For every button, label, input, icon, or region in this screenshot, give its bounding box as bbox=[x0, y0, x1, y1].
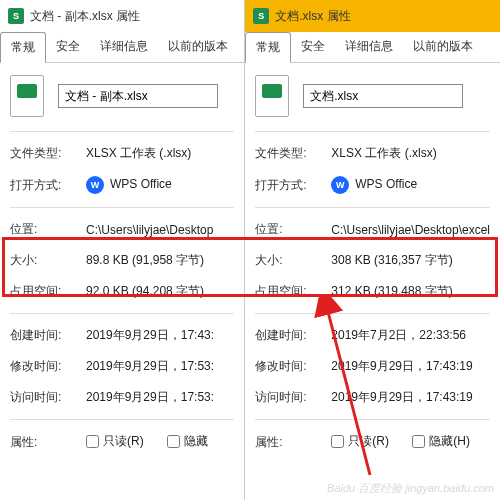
label-filetype: 文件类型: bbox=[10, 145, 86, 162]
divider bbox=[10, 419, 234, 420]
openwith-text: WPS Office bbox=[110, 177, 172, 191]
label-sizeondisk: 占用空间: bbox=[10, 283, 86, 300]
content: 文件类型: XLSX 工作表 (.xlsx) 打开方式: WWPS Office… bbox=[0, 63, 244, 500]
value-accessed: 2019年9月29日，17:53: bbox=[86, 389, 234, 406]
tab-previous-versions[interactable]: 以前的版本 bbox=[403, 32, 483, 62]
divider bbox=[255, 313, 490, 314]
window-title: 文档.xlsx 属性 bbox=[275, 8, 350, 25]
titlebar[interactable]: S 文档 - 副本.xlsx 属性 bbox=[0, 0, 244, 32]
wps-icon: W bbox=[331, 176, 349, 194]
openwith-text: WPS Office bbox=[355, 177, 417, 191]
label-attributes: 属性: bbox=[255, 434, 331, 451]
divider bbox=[255, 207, 490, 208]
readonly-text: 只读(R) bbox=[103, 433, 144, 450]
value-created: 2019年9月29日，17:43: bbox=[86, 327, 234, 344]
label-sizeondisk: 占用空间: bbox=[255, 283, 331, 300]
filename-input[interactable] bbox=[58, 84, 218, 108]
label-size: 大小: bbox=[255, 252, 331, 269]
label-location: 位置: bbox=[10, 221, 86, 238]
label-attributes: 属性: bbox=[10, 434, 86, 451]
content: 文件类型: XLSX 工作表 (.xlsx) 打开方式: WWPS Office… bbox=[245, 63, 500, 500]
value-filetype: XLSX 工作表 (.xlsx) bbox=[86, 145, 234, 162]
tabs: 常规 安全 详细信息 以前的版本 bbox=[0, 32, 244, 63]
value-size: 308 KB (316,357 字节) bbox=[331, 252, 490, 269]
value-location: C:\Users\lilyjae\Desktop\excel bbox=[331, 223, 490, 237]
value-size: 89.8 KB (91,958 字节) bbox=[86, 252, 234, 269]
value-modified: 2019年9月29日，17:43:19 bbox=[331, 358, 490, 375]
tab-general[interactable]: 常规 bbox=[0, 32, 46, 63]
value-created: 2019年7月2日，22:33:56 bbox=[331, 327, 490, 344]
excel-icon: S bbox=[8, 8, 24, 24]
label-created: 创建时间: bbox=[255, 327, 331, 344]
divider bbox=[10, 313, 234, 314]
label-openwith: 打开方式: bbox=[255, 177, 331, 194]
value-sizeondisk: 92.0 KB (94,208 字节) bbox=[86, 283, 234, 300]
file-icon bbox=[10, 75, 44, 117]
label-modified: 修改时间: bbox=[255, 358, 331, 375]
label-created: 创建时间: bbox=[10, 327, 86, 344]
window-title: 文档 - 副本.xlsx 属性 bbox=[30, 8, 140, 25]
hidden-text: 隐藏 bbox=[184, 433, 208, 450]
label-location: 位置: bbox=[255, 221, 331, 238]
label-modified: 修改时间: bbox=[10, 358, 86, 375]
checkbox-readonly[interactable]: 只读(R) bbox=[86, 433, 144, 450]
tab-details[interactable]: 详细信息 bbox=[335, 32, 403, 62]
tab-security[interactable]: 安全 bbox=[46, 32, 90, 62]
value-filetype: XLSX 工作表 (.xlsx) bbox=[331, 145, 490, 162]
file-icon bbox=[255, 75, 289, 117]
tab-previous-versions[interactable]: 以前的版本 bbox=[158, 32, 238, 62]
value-openwith: WWPS Office bbox=[86, 176, 234, 194]
titlebar[interactable]: S 文档.xlsx 属性 bbox=[245, 0, 500, 32]
checkbox-readonly[interactable]: 只读(R) bbox=[331, 433, 389, 450]
checkbox-hidden[interactable]: 隐藏(H) bbox=[412, 433, 470, 450]
tab-security[interactable]: 安全 bbox=[291, 32, 335, 62]
value-location: C:\Users\lilyjae\Desktop bbox=[86, 223, 234, 237]
properties-dialog-right: S 文档.xlsx 属性 常规 安全 详细信息 以前的版本 文件类型: XLSX… bbox=[245, 0, 500, 500]
readonly-text: 只读(R) bbox=[348, 433, 389, 450]
divider bbox=[10, 131, 234, 132]
filename-input[interactable] bbox=[303, 84, 463, 108]
wps-icon: W bbox=[86, 176, 104, 194]
label-filetype: 文件类型: bbox=[255, 145, 331, 162]
tab-details[interactable]: 详细信息 bbox=[90, 32, 158, 62]
checkbox-hidden[interactable]: 隐藏 bbox=[167, 433, 208, 450]
label-accessed: 访问时间: bbox=[255, 389, 331, 406]
label-size: 大小: bbox=[10, 252, 86, 269]
divider bbox=[255, 419, 490, 420]
tab-general[interactable]: 常规 bbox=[245, 32, 291, 63]
hidden-text: 隐藏(H) bbox=[429, 433, 470, 450]
tabs: 常规 安全 详细信息 以前的版本 bbox=[245, 32, 500, 63]
value-openwith: WWPS Office bbox=[331, 176, 490, 194]
label-openwith: 打开方式: bbox=[10, 177, 86, 194]
divider bbox=[10, 207, 234, 208]
label-accessed: 访问时间: bbox=[10, 389, 86, 406]
value-sizeondisk: 312 KB (319,488 字节) bbox=[331, 283, 490, 300]
value-modified: 2019年9月29日，17:53: bbox=[86, 358, 234, 375]
excel-icon: S bbox=[253, 8, 269, 24]
value-accessed: 2019年9月29日，17:43:19 bbox=[331, 389, 490, 406]
divider bbox=[255, 131, 490, 132]
properties-dialog-left: S 文档 - 副本.xlsx 属性 常规 安全 详细信息 以前的版本 文件类型:… bbox=[0, 0, 245, 500]
